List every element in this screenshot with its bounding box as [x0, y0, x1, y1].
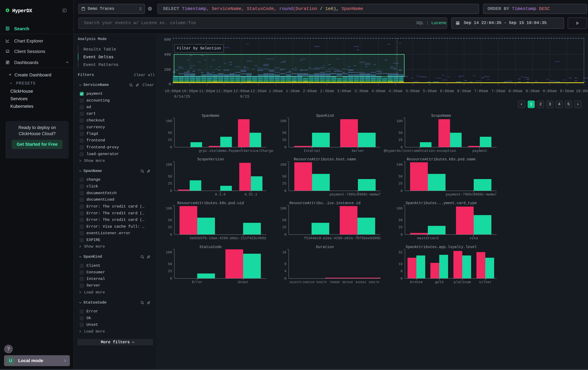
- svg-text:5:00am: 5:00am: [406, 89, 420, 93]
- svg-text:100: 100: [280, 163, 286, 167]
- svg-text:50: 50: [168, 175, 172, 179]
- svg-text:SpanName: SpanName: [202, 114, 220, 118]
- svg-text:12:00am: 12:00am: [233, 89, 250, 93]
- svg-text:8:00am: 8:00am: [508, 89, 522, 93]
- svg-text:grpc.oteldemo.PaymentService/C: grpc.oteldemo.PaymentService/Charge: [199, 149, 273, 153]
- svg-text:0: 0: [170, 233, 172, 237]
- svg-text:4:30am: 4:30am: [388, 89, 402, 93]
- svg-text:32: 32: [399, 250, 403, 254]
- svg-text:2:00am: 2:00am: [303, 89, 317, 93]
- svg-text:Server: Server: [351, 149, 364, 153]
- svg-text:StatusCode: StatusCode: [200, 245, 222, 249]
- svg-text:7:30am: 7:30am: [491, 89, 505, 93]
- svg-text:9/14/25: 9/14/25: [174, 94, 190, 99]
- svg-text:payment: payment: [472, 149, 487, 153]
- svg-text:16: 16: [399, 262, 403, 266]
- svg-text:0: 0: [169, 82, 171, 86]
- svg-text:50: 50: [168, 218, 172, 222]
- svg-text:50: 50: [282, 175, 286, 179]
- svg-text:200: 200: [164, 68, 171, 72]
- svg-text:50: 50: [282, 131, 286, 135]
- svg-text:100: 100: [396, 119, 403, 123]
- svg-text:silver: silver: [479, 280, 492, 284]
- svg-text:ResourceAttributes.k8s.pod.nam: ResourceAttributes.k8s.pod.name: [407, 157, 476, 161]
- svg-text:100: 100: [396, 207, 403, 210]
- svg-text:100: 100: [166, 250, 172, 254]
- svg-text:0: 0: [400, 233, 403, 237]
- svg-text:11:30pm: 11:30pm: [216, 89, 232, 93]
- svg-text:842654: 842654: [356, 281, 366, 284]
- svg-text:6:00am: 6:00am: [440, 89, 454, 93]
- svg-text:ScopeVersion: ScopeVersion: [197, 157, 224, 161]
- svg-text:payment-7985c8969c-mwmw7: payment-7985c8969c-mwmw7: [446, 192, 497, 197]
- svg-text:10:00am: 10:00am: [576, 89, 588, 93]
- svg-text:1:00am: 1:00am: [269, 89, 283, 93]
- svg-text:platinum: platinum: [454, 280, 471, 284]
- svg-text:600: 600: [164, 38, 171, 42]
- svg-text:ScopeName: ScopeName: [431, 114, 451, 118]
- svg-text:ResourceAttributes.k8s.pod.uid: ResourceAttributes.k8s.pod.uid: [177, 201, 244, 205]
- svg-text:0: 0: [284, 277, 286, 281]
- svg-text:9/15: 9/15: [240, 94, 249, 99]
- svg-text:50: 50: [399, 218, 403, 222]
- svg-text:0: 0: [400, 277, 403, 281]
- svg-text:@hyperdx/instrumentation-excep: @hyperdx/instrumentation-exception: [384, 149, 456, 153]
- svg-text:Unset: Unset: [238, 280, 248, 284]
- svg-text:50: 50: [399, 131, 403, 135]
- svg-text:4: 4: [284, 269, 286, 273]
- svg-text:SpanAttributes.app.loyalty.lev: SpanAttributes.app.loyalty.level: [406, 245, 477, 249]
- svg-text:583275: 583275: [316, 281, 327, 284]
- svg-text:0: 0: [170, 189, 172, 193]
- svg-text:10:00pm: 10:00pm: [165, 89, 181, 93]
- svg-text:25: 25: [399, 182, 403, 186]
- svg-text:SpanAttributes...yment.card_ty: SpanAttributes...yment.card_type: [406, 201, 477, 205]
- svg-text:50: 50: [282, 218, 286, 222]
- svg-text:ResourceAttribu..ice.instance.: ResourceAttribu..ice.instance.id: [289, 201, 360, 205]
- svg-text:100: 100: [280, 119, 286, 123]
- svg-text:0: 0: [284, 233, 286, 237]
- svg-text:4:00am: 4:00am: [371, 89, 385, 93]
- svg-text:f5344ec9-a1ea-4290-a62a-78f5be: f5344ec9-a1ea-4290-a62a-78f5bee8d90b: [304, 236, 380, 240]
- svg-text:25: 25: [399, 138, 403, 142]
- svg-text:6:30am: 6:30am: [457, 89, 471, 93]
- svg-text:50: 50: [168, 262, 172, 266]
- svg-text:9:00am: 9:00am: [543, 89, 556, 93]
- svg-text:0.1.0: 0.1.0: [215, 192, 226, 197]
- svg-text:999176: 999176: [369, 281, 379, 284]
- svg-text:0: 0: [284, 145, 286, 150]
- svg-text:25: 25: [168, 225, 172, 230]
- svg-text:mastercard: mastercard: [417, 236, 438, 240]
- svg-text:0: 0: [170, 145, 172, 150]
- svg-text:3:00am: 3:00am: [337, 89, 351, 93]
- svg-text:Internal: Internal: [304, 149, 321, 153]
- svg-text:Error: Error: [192, 280, 202, 284]
- svg-text:1405128: 1405128: [302, 281, 315, 284]
- svg-text:5:30am: 5:30am: [423, 89, 437, 93]
- svg-text:25: 25: [282, 225, 286, 230]
- svg-text:11:00pm: 11:00pm: [199, 89, 215, 93]
- svg-text:SpanKind: SpanKind: [316, 114, 334, 118]
- svg-text:8: 8: [400, 269, 403, 273]
- svg-text:25: 25: [282, 182, 286, 186]
- svg-text:0: 0: [284, 189, 286, 193]
- svg-text:0: 0: [400, 189, 403, 193]
- svg-text:759085: 759085: [329, 281, 340, 284]
- svg-text:8:30am: 8:30am: [526, 89, 540, 93]
- svg-text:25: 25: [168, 138, 172, 142]
- svg-text:payment-7985c8969c-mwmw7: payment-7985c8969c-mwmw7: [329, 192, 380, 197]
- svg-text:100: 100: [166, 163, 172, 167]
- svg-text:5e02b5fb-13ae-4296-bbbc-111f42: 5e02b5fb-13ae-4296-bbbc-111f423c460d: [190, 236, 266, 240]
- svg-text:25: 25: [282, 138, 286, 142]
- svg-text:16: 16: [282, 250, 286, 254]
- svg-text:8: 8: [284, 262, 286, 266]
- svg-text:3:30am: 3:30am: [354, 89, 368, 93]
- svg-text:7:00am: 7:00am: [474, 89, 488, 93]
- svg-text:0: 0: [170, 277, 172, 281]
- svg-text:25: 25: [168, 269, 172, 273]
- svg-text:12:30am: 12:30am: [250, 89, 267, 93]
- svg-text:visa: visa: [470, 236, 478, 240]
- svg-text:100: 100: [280, 207, 286, 210]
- svg-text:gold: gold: [435, 280, 444, 284]
- svg-text:9:30am: 9:30am: [560, 89, 574, 93]
- svg-text:100: 100: [396, 163, 403, 167]
